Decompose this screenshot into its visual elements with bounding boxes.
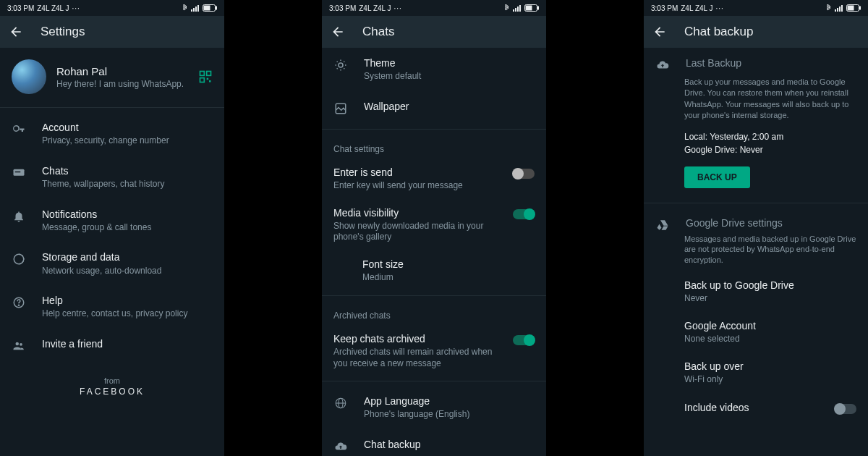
svg-point-17: [16, 342, 20, 346]
phone-settings: 3:03 PM Z4L Z4L J ··· Settings Rohan Pal…: [0, 0, 224, 456]
divider: [644, 203, 868, 203]
svg-rect-21: [517, 7, 519, 12]
status-dots: ···: [716, 4, 724, 12]
settings-item-help[interactable]: Help Help centre, contact us, privacy po…: [0, 285, 224, 329]
google-account-row[interactable]: Google Account None selected: [644, 312, 868, 352]
status-right-icons: [504, 4, 539, 12]
battery-icon: [524, 4, 539, 12]
section-chat-settings: Chat settings: [322, 134, 546, 159]
google-drive-icon: [655, 218, 670, 232]
svg-rect-13: [15, 172, 21, 173]
svg-rect-36: [848, 6, 854, 10]
item-sub: Theme, wallpapers, chat history: [42, 179, 213, 190]
profile-status: Hey there! I am using WhatsApp.: [56, 79, 188, 89]
svg-rect-7: [200, 72, 205, 76]
media-visibility-toggle[interactable]: [513, 209, 535, 219]
globe-icon: [333, 396, 348, 410]
enter-is-send-toggle[interactable]: [513, 169, 535, 179]
qr-code-button[interactable]: [198, 69, 213, 84]
include-videos-row[interactable]: Include videos: [644, 392, 868, 423]
keep-archived-toggle[interactable]: [513, 335, 535, 345]
gdrive-description: Messages and media backed up in Google D…: [644, 232, 868, 272]
item-title: Account: [42, 121, 213, 134]
enter-is-send-row[interactable]: Enter is send Enter key will send your m…: [322, 159, 546, 199]
svg-rect-6: [204, 6, 210, 10]
include-videos-toggle[interactable]: [835, 404, 856, 414]
chats-theme[interactable]: Theme System default: [322, 48, 546, 91]
bell-icon: [12, 209, 26, 224]
settings-item-notifications[interactable]: Notifications Message, group & call tone…: [0, 199, 224, 242]
keep-archived-row[interactable]: Keep chats archived Archived chats will …: [322, 325, 546, 376]
item-title: Chats: [42, 164, 213, 177]
divider: [322, 295, 546, 296]
topbar: Settings: [0, 16, 224, 48]
gdrive-settings-label: Google Drive settings: [686, 216, 856, 229]
item-title: Keep chats archived: [333, 332, 504, 345]
font-size-row[interactable]: Font size Medium: [322, 250, 546, 291]
settings-item-invite[interactable]: Invite a friend: [0, 329, 224, 362]
svg-rect-33: [841, 5, 843, 12]
bluetooth-icon: [182, 4, 188, 12]
status-bar: 3:03 PM Z4L Z4L J ···: [0, 0, 224, 16]
arrow-left-icon: [331, 25, 345, 39]
back-button[interactable]: [331, 25, 345, 39]
gdrive-settings-header: Google Drive settings: [644, 208, 868, 232]
svg-rect-25: [526, 6, 532, 10]
item-title: Invite a friend: [42, 337, 213, 350]
backup-description: Back up your messages and media to Googl…: [644, 74, 868, 123]
chats-language[interactable]: App Language Phone's language (English): [322, 386, 546, 429]
status-carrier: Z4L Z4L J: [359, 4, 391, 12]
back-button[interactable]: [9, 25, 23, 39]
item-sub: Wi-Fi only: [684, 374, 856, 386]
item-sub: System default: [364, 71, 535, 83]
item-sub: Never: [684, 293, 856, 305]
status-bar: 3:03 PM Z4L Z4L J ···: [644, 0, 868, 16]
signal-icon: [835, 4, 843, 12]
chats-wallpaper[interactable]: Wallpaper: [322, 91, 546, 124]
item-title: Help: [42, 294, 213, 307]
people-icon: [12, 339, 26, 353]
svg-rect-5: [216, 7, 217, 9]
arrow-left-icon: [652, 25, 667, 39]
item-title: Back up to Google Drive: [684, 279, 856, 292]
topbar: Chat backup: [644, 16, 868, 48]
page-title: Chats: [362, 25, 394, 39]
arrow-left-icon: [9, 25, 23, 39]
status-dots: ···: [72, 4, 80, 12]
section-archived: Archived chats: [322, 300, 546, 325]
svg-rect-0: [191, 9, 192, 12]
backup-button[interactable]: BACK UP: [684, 166, 750, 188]
item-sub: Network usage, auto-download: [42, 266, 213, 277]
media-visibility-row[interactable]: Media visibility Show newly downloaded m…: [322, 199, 546, 250]
back-button[interactable]: [652, 25, 667, 39]
item-title: Enter is send: [333, 166, 504, 179]
item-sub: Privacy, security, change number: [42, 135, 213, 147]
svg-rect-9: [200, 78, 205, 83]
svg-rect-20: [515, 8, 516, 12]
profile-row[interactable]: Rohan Pal Hey there! I am using WhatsApp…: [0, 48, 224, 103]
backup-to-drive-row[interactable]: Back up to Google Drive Never: [644, 271, 868, 312]
settings-item-storage[interactable]: Storage and data Network usage, auto-dow…: [0, 242, 224, 285]
item-title: Notifications: [42, 208, 213, 221]
svg-rect-19: [513, 9, 514, 12]
item-sub: Enter key will send your message: [333, 180, 504, 192]
item-title: Google Account: [684, 319, 856, 332]
page-title: Settings: [41, 25, 85, 39]
page-title: Chat backup: [684, 25, 753, 39]
help-icon: [12, 295, 26, 310]
svg-point-16: [18, 305, 19, 305]
backup-local: Local: Yesterday, 2:00 am: [644, 130, 868, 143]
brightness-icon: [333, 58, 348, 72]
avatar: [12, 59, 46, 94]
chats-backup[interactable]: Chat backup: [322, 429, 546, 456]
item-sub: Help centre, contact us, privacy policy: [42, 308, 213, 320]
status-bar: 3:03 PM Z4L Z4L J ···: [322, 0, 546, 16]
backup-over-row[interactable]: Back up over Wi-Fi only: [644, 352, 868, 393]
wallpaper-icon: [333, 101, 348, 116]
settings-item-account[interactable]: Account Privacy, security, change number: [0, 112, 224, 156]
include-videos-label: Include videos: [684, 402, 835, 413]
cloud-up-icon: [333, 439, 348, 454]
data-icon: [12, 252, 26, 266]
footer-facebook: FACEBOOK: [0, 387, 224, 397]
settings-item-chats[interactable]: Chats Theme, wallpapers, chat history: [0, 156, 224, 199]
